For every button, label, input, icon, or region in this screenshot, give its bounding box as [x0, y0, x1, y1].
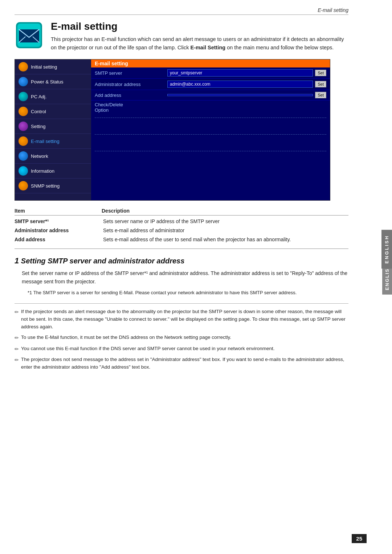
note-text-2: To use the E-Mail function, it must be s…: [21, 334, 348, 341]
sidebar-item-setting[interactable]: Setting: [15, 119, 91, 134]
note-text-4: The projector does not send message to t…: [21, 356, 348, 371]
add-address-set-button[interactable]: Set: [315, 92, 326, 98]
sidebar-item-label: Power & Status: [31, 79, 64, 85]
note-text-3: You cannot use this E-mail function if t…: [21, 345, 348, 353]
sidebar-item-initial-setting[interactable]: Initial setting: [15, 59, 91, 74]
admin-address-label: Administrator address: [95, 82, 167, 87]
empty-space-2: [91, 138, 330, 148]
title-description: This projector has an E-mail function wh…: [51, 35, 348, 52]
admin-address-row: Administrator address admin@abc.xxx.com …: [91, 79, 330, 90]
sidebar-item-label: Initial setting: [31, 64, 57, 70]
network-icon: [19, 151, 28, 161]
item-description: Sets e-mail address of the user to send …: [102, 236, 348, 243]
dotted-separator-1: [91, 114, 330, 121]
section1-body: Set the server name or IP address of the…: [15, 269, 348, 286]
sidebar-item-power-status[interactable]: Power & Status: [15, 74, 91, 89]
sidebar-item-network[interactable]: Network: [15, 149, 91, 164]
title-block: E-mail setting This projector has an E-m…: [51, 21, 348, 52]
sidebar-item-label: Network: [31, 153, 48, 159]
add-address-row: Add address Set: [91, 90, 330, 100]
section1-heading: 1 Setting SMTP server and administrator …: [15, 256, 348, 266]
check-delete-option: Check/Delete Option: [91, 100, 330, 114]
ui-screenshot: Initial setting Power & Status PC Adj. C…: [15, 59, 330, 201]
note-item: ✏ If the projector sends an alert messag…: [15, 308, 348, 331]
sidebar-item-label: Setting: [31, 124, 45, 129]
page-title: E-mail setting: [51, 21, 348, 32]
smtp-server-row: SMTP server your_smtpserver Set: [91, 67, 330, 79]
initial-setting-icon: [19, 62, 28, 71]
sidebar-item-label: Control: [31, 109, 46, 114]
item-name: Add address: [15, 236, 102, 243]
note-icon-4: ✏: [15, 356, 19, 364]
note-item: ✏ You cannot use this E-mail function if…: [15, 345, 348, 353]
sidebar-item-label: Information: [31, 168, 54, 174]
table-row: Add address Sets e-mail address of the u…: [15, 236, 348, 243]
snmp-icon: [19, 181, 28, 190]
sidebar-item-snmp-setting[interactable]: SNMP setting: [15, 178, 91, 193]
admin-set-button[interactable]: Set: [315, 81, 326, 87]
desc-header: Description: [102, 208, 130, 214]
sidebar-item-information[interactable]: Information: [15, 164, 91, 178]
title-section: E-mail setting This projector has an E-m…: [15, 21, 348, 52]
add-address-value[interactable]: [167, 94, 313, 96]
section1-footnote: *1 The SMTP server is a server for sendi…: [15, 289, 348, 296]
page-number-area: 25: [352, 534, 367, 543]
item-name: SMTP server*¹: [15, 218, 102, 225]
page-number: 25: [352, 534, 367, 543]
menu-sidebar: Initial setting Power & Status PC Adj. C…: [15, 59, 91, 200]
table-row: SMTP server*¹ Sets server name or IP add…: [15, 218, 348, 225]
table-row: Administrator address Sets e-mail addres…: [15, 227, 348, 234]
note-icon-3: ✏: [15, 345, 19, 353]
note-icon-1: ✏: [15, 308, 19, 316]
sidebar-item-control[interactable]: Control: [15, 104, 91, 119]
item-name: Administrator address: [15, 227, 102, 234]
item-header: Item: [15, 208, 102, 214]
email-settings-panel: E-mail setting SMTP server your_smtpserv…: [91, 59, 330, 200]
smtp-server-value[interactable]: your_smtpserver: [167, 69, 313, 77]
note-item: ✏ The projector does not send message to…: [15, 356, 348, 371]
empty-space-1: [91, 121, 330, 131]
sidebar-item-label: PC Adj.: [31, 94, 46, 99]
note-icon-2: ✏: [15, 334, 19, 342]
sidebar-item-pc-adj[interactable]: PC Adj.: [15, 89, 91, 104]
power-status-icon: [19, 77, 28, 86]
table-header: Item Description: [15, 208, 348, 216]
add-address-label: Add address: [95, 93, 167, 98]
notes-section: ✏ If the projector sends an alert messag…: [15, 303, 348, 371]
panel-title: E-mail setting: [91, 59, 330, 67]
english-sidebar-tab: ENGLISH: [381, 230, 392, 269]
information-icon: [19, 166, 28, 176]
note-item: ✏ To use the E-Mail function, it must be…: [15, 334, 348, 342]
sidebar-item-label: E-mail setting: [31, 139, 60, 144]
page-header-label: E-mail setting: [318, 7, 348, 13]
item-description-table: Item Description SMTP server*¹ Sets serv…: [15, 208, 348, 249]
note-text-1: If the projector sends an alert message …: [21, 308, 348, 331]
smtp-server-label: SMTP server: [95, 70, 167, 76]
dotted-separator-2: [91, 131, 330, 138]
sidebar-item-label: SNMP setting: [31, 183, 60, 189]
dotted-separator-3: [91, 148, 330, 154]
sidebar-item-email-setting[interactable]: E-mail setting: [15, 134, 91, 149]
admin-address-value[interactable]: admin@abc.xxx.com: [167, 81, 313, 88]
smtp-set-button[interactable]: Set: [315, 70, 326, 76]
control-icon: [19, 107, 28, 116]
item-description: Sets e-mail address of administrator: [102, 227, 348, 234]
setting-icon: [19, 122, 28, 131]
email-setting-icon: [15, 21, 44, 50]
item-description: Sets server name or IP address of the SM…: [102, 218, 348, 225]
pc-adj-icon: [19, 92, 28, 101]
email-setting-menu-icon: [19, 136, 28, 146]
page-header: E-mail setting: [15, 7, 348, 15]
